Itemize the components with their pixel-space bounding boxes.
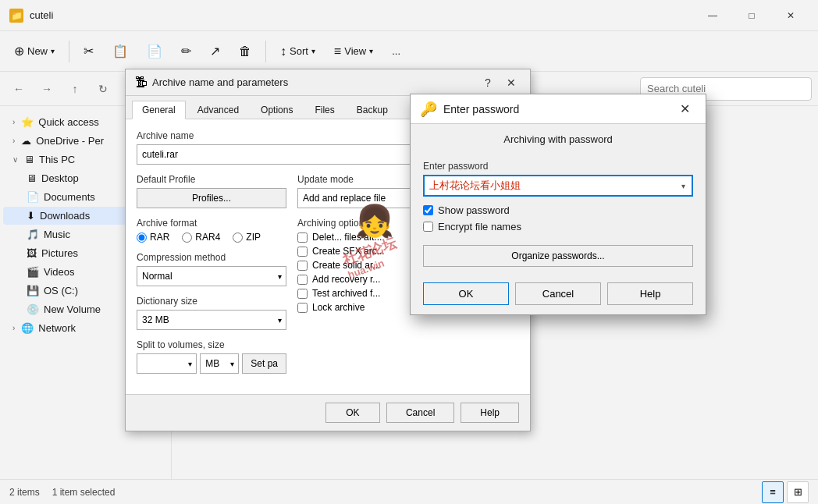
sidebar-os-c-label: OS (C:) <box>44 285 78 296</box>
split-size-wrapper: ▾ <box>137 353 197 374</box>
encrypt-filenames-label: Encrypt file names <box>438 221 521 232</box>
password-dialog-title-bar: 🔑 Enter password ✕ <box>411 94 706 124</box>
new-chevron-icon: ▾ <box>51 47 55 55</box>
new-volume-icon: 💿 <box>27 303 39 315</box>
archive-dialog-close-button[interactable]: ✕ <box>502 73 521 92</box>
option-delete-files-input[interactable] <box>297 232 308 243</box>
tab-general[interactable]: General <box>132 101 186 119</box>
format-rar4-radio[interactable]: RAR4 <box>182 232 220 243</box>
compression-label: Compression method <box>137 252 286 263</box>
sort-label: Sort <box>290 45 308 57</box>
sidebar-quick-access-label: Quick access <box>38 116 98 128</box>
tab-advanced[interactable]: Advanced <box>187 101 249 119</box>
option-create-sfx-input[interactable] <box>297 247 308 257</box>
new-button[interactable]: ⊕ New ▾ <box>6 39 62 63</box>
music-icon: 🎵 <box>27 229 39 240</box>
encrypt-filenames-checkbox[interactable] <box>423 222 433 232</box>
option-lock-archive-input[interactable] <box>297 303 308 313</box>
encrypt-filenames-option[interactable]: Encrypt file names <box>423 221 693 232</box>
split-size-select[interactable] <box>137 353 197 374</box>
onedrive-icon: ☁ <box>21 135 31 147</box>
copy-button[interactable]: 📋 <box>105 39 136 63</box>
more-button[interactable]: ... <box>384 41 408 62</box>
items-count: 2 items <box>9 487 40 498</box>
split-unit-wrapper: MB ▾ <box>200 353 239 374</box>
profiles-button[interactable]: Profiles... <box>137 188 286 208</box>
password-dialog-body: Enter password ▾ Show password Encrypt f… <box>411 154 706 276</box>
organize-passwords-button[interactable]: Organize passwords... <box>423 245 693 267</box>
archive-ok-button[interactable]: OK <box>325 403 380 423</box>
dictionary-label: Dictionary size <box>137 296 286 307</box>
default-profile-group: Default Profile Profiles... <box>137 174 286 208</box>
format-rar-radio[interactable]: RAR <box>137 232 169 243</box>
delete-button[interactable]: 🗑 <box>231 40 259 63</box>
archive-dialog-help-button[interactable]: ? <box>478 73 497 92</box>
cut-icon: ✂ <box>84 44 94 59</box>
password-dropdown-button[interactable]: ▾ <box>674 182 692 190</box>
archive-cancel-button[interactable]: Cancel <box>386 403 454 423</box>
split-unit-select[interactable]: MB <box>200 353 239 374</box>
maximize-button[interactable]: □ <box>734 3 770 28</box>
share-icon: ↗ <box>210 44 220 59</box>
option-create-solid-input[interactable] <box>297 261 308 271</box>
password-input-wrapper: ▾ <box>423 175 693 197</box>
password-help-button[interactable]: Help <box>607 282 693 305</box>
network-chevron-icon: › <box>12 324 15 332</box>
app-icon: 📁 <box>9 9 23 23</box>
rename-button[interactable]: ✏ <box>173 39 199 63</box>
tab-files[interactable]: Files <box>304 101 344 119</box>
tab-backup[interactable]: Backup <box>347 101 398 119</box>
back-button[interactable]: ← <box>6 76 31 101</box>
sidebar-onedrive-label: OneDrive - Per <box>36 135 104 147</box>
format-zip-input[interactable] <box>233 232 243 243</box>
sidebar-new-volume-label: New Volume <box>44 303 101 315</box>
format-rar-input[interactable] <box>137 232 147 243</box>
option-add-recovery-input[interactable] <box>297 275 308 285</box>
password-options-group: Show password Encrypt file names <box>423 204 693 232</box>
grid-view-button[interactable]: ⊞ <box>787 481 809 503</box>
split-label: Split to volumes, size <box>137 339 286 350</box>
share-button[interactable]: ↗ <box>202 39 228 63</box>
option-test-archived-input[interactable] <box>297 289 308 299</box>
list-view-button[interactable]: ≡ <box>762 481 784 503</box>
view-button[interactable]: ≡ View ▾ <box>326 40 381 63</box>
this-pc-icon: 🖥 <box>24 154 34 165</box>
compression-select[interactable]: Normal <box>137 266 286 286</box>
archive-dialog-title: Archive name and parameters <box>152 76 474 88</box>
dictionary-select[interactable]: 32 MB <box>137 310 286 330</box>
password-input[interactable] <box>425 180 674 192</box>
format-rar4-input[interactable] <box>182 232 192 243</box>
password-dialog-close-button[interactable]: ✕ <box>673 98 696 121</box>
toolbar: ⊕ New ▾ ✂ 📋 📄 ✏ ↗ 🗑 ↕ Sort ▾ ≡ View ▾ ..… <box>0 31 818 72</box>
cut-button[interactable]: ✂ <box>76 39 101 63</box>
refresh-button[interactable]: ↻ <box>91 76 116 101</box>
set-password-button[interactable]: Set pa <box>242 353 286 374</box>
format-zip-radio[interactable]: ZIP <box>233 232 261 243</box>
archive-help-button[interactable]: Help <box>461 403 519 423</box>
documents-icon: 📄 <box>27 191 39 203</box>
up-button[interactable]: ↑ <box>62 76 87 101</box>
password-dialog-subtitle: Archiving with password <box>411 124 706 154</box>
enter-password-label: Enter password <box>423 161 693 172</box>
view-chevron-icon: ▾ <box>369 47 373 55</box>
show-password-checkbox[interactable] <box>423 205 433 215</box>
archive-dialog-footer: OK Cancel Help <box>126 394 530 431</box>
close-button[interactable]: ✕ <box>773 3 809 28</box>
forward-button[interactable]: → <box>34 76 59 101</box>
more-label: ... <box>392 45 400 57</box>
desktop-icon: 🖥 <box>27 172 37 184</box>
sidebar-network-label: Network <box>38 322 76 334</box>
minimize-button[interactable]: — <box>695 3 731 28</box>
sidebar-pictures-label: Pictures <box>41 247 78 259</box>
paste-button[interactable]: 📄 <box>139 39 170 63</box>
tab-options[interactable]: Options <box>251 101 303 119</box>
sort-button[interactable]: ↕ Sort ▾ <box>272 40 323 63</box>
split-group: Split to volumes, size ▾ MB ▾ <box>137 339 286 374</box>
password-cancel-button[interactable]: Cancel <box>515 282 601 305</box>
show-password-option[interactable]: Show password <box>423 204 693 216</box>
sidebar-videos-label: Videos <box>44 266 75 278</box>
password-ok-button[interactable]: OK <box>423 282 509 305</box>
default-profile-label: Default Profile <box>137 174 286 185</box>
compression-select-wrapper: Normal ▾ <box>137 266 286 286</box>
rename-icon: ✏ <box>181 44 191 59</box>
